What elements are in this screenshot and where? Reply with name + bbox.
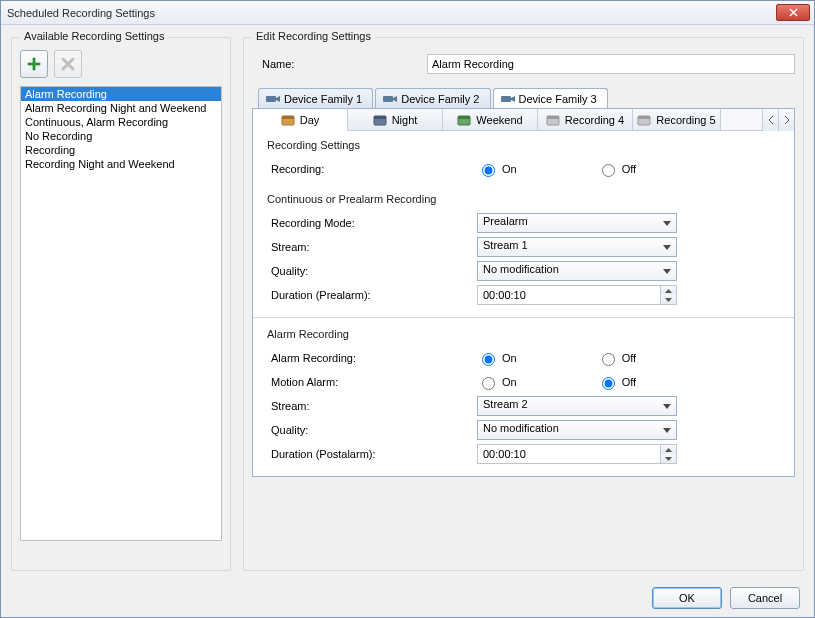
svg-rect-10 (547, 116, 559, 119)
duration-postalarm-input[interactable]: 00:00:10 (477, 444, 677, 464)
calendar-icon (546, 114, 560, 126)
duration-postalarm-label: Duration (Postalarm): (267, 448, 477, 460)
window-title: Scheduled Recording Settings (7, 7, 155, 19)
calendar-icon (281, 114, 295, 126)
svg-rect-2 (501, 96, 511, 102)
svg-rect-6 (374, 116, 386, 119)
calendar-icon (637, 114, 651, 126)
device-tab-content: Day Night Weekend Recording 4 (252, 108, 795, 477)
spin-up[interactable] (661, 286, 676, 295)
ok-button[interactable]: OK (652, 587, 722, 609)
recording-on-radio[interactable]: On (477, 161, 517, 177)
camera-icon (501, 94, 515, 104)
spin-down[interactable] (661, 295, 676, 304)
add-button[interactable] (20, 50, 48, 78)
motion-off-radio[interactable]: Off (597, 374, 636, 390)
available-settings-group: Available Recording Settings Alarm Recor… (11, 37, 231, 571)
chevron-down-icon (665, 457, 672, 461)
svg-rect-12 (638, 116, 650, 119)
svg-rect-4 (282, 116, 294, 119)
svg-rect-8 (458, 116, 470, 119)
alarm-off-radio[interactable]: Off (597, 350, 636, 366)
quality-label: Quality: (267, 265, 477, 277)
calendar-icon (457, 114, 471, 126)
settings-listbox[interactable]: Alarm Recording Alarm Recording Night an… (20, 86, 222, 541)
camera-icon (266, 94, 280, 104)
tabs-scroll-left[interactable] (762, 109, 778, 131)
list-item[interactable]: Recording (21, 143, 221, 157)
x-icon (61, 57, 75, 71)
alarm-legend: Alarm Recording (267, 328, 780, 340)
list-item[interactable]: Recording Night and Weekend (21, 157, 221, 171)
duration-prealarm-input[interactable]: 00:00:10 (477, 285, 677, 305)
tab-weekend[interactable]: Weekend (443, 109, 538, 130)
alarm-on-radio[interactable]: On (477, 350, 517, 366)
recording-settings-legend: Recording Settings (267, 139, 780, 151)
spin-up[interactable] (661, 445, 676, 454)
tab-device-family-3[interactable]: Device Family 3 (493, 88, 608, 108)
edit-settings-group: Edit Recording Settings Name: Device Fam… (243, 37, 804, 571)
camera-icon (383, 94, 397, 104)
svg-rect-0 (266, 96, 276, 102)
list-item[interactable]: Alarm Recording (21, 87, 221, 101)
motion-alarm-label: Motion Alarm: (267, 376, 477, 388)
chevron-up-icon (665, 448, 672, 452)
recording-off-radio[interactable]: Off (597, 161, 636, 177)
quality2-label: Quality: (267, 424, 477, 436)
stream2-label: Stream: (267, 400, 477, 412)
quality2-select[interactable]: No modification (477, 420, 677, 440)
dialog-window: Scheduled Recording Settings Available R… (0, 0, 815, 618)
tab-recording-4[interactable]: Recording 4 (538, 109, 633, 130)
plus-icon (26, 56, 42, 72)
name-label: Name: (262, 58, 427, 70)
available-settings-legend: Available Recording Settings (20, 30, 168, 42)
tab-recording-5[interactable]: Recording 5 (633, 109, 721, 130)
quality-select[interactable]: No modification (477, 261, 677, 281)
recording-label: Recording: (267, 163, 477, 175)
chevron-up-icon (665, 289, 672, 293)
chevron-left-icon (768, 116, 774, 124)
recording-mode-label: Recording Mode: (267, 217, 477, 229)
duration-prealarm-label: Duration (Prealarm): (267, 289, 477, 301)
tab-day[interactable]: Day (253, 109, 348, 131)
titlebar: Scheduled Recording Settings (1, 1, 814, 25)
name-input[interactable] (427, 54, 795, 74)
list-item[interactable]: Continuous, Alarm Recording (21, 115, 221, 129)
continuous-legend: Continuous or Prealarm Recording (267, 193, 780, 205)
list-item[interactable]: Alarm Recording Night and Weekend (21, 101, 221, 115)
dialog-footer: OK Cancel (1, 579, 814, 617)
device-tabs: Device Family 1 Device Family 2 Device F… (258, 88, 795, 108)
edit-settings-legend: Edit Recording Settings (252, 30, 375, 42)
stream-select[interactable]: Stream 1 (477, 237, 677, 257)
alarm-recording-label: Alarm Recording: (267, 352, 477, 364)
chevron-down-icon (665, 298, 672, 302)
tab-device-family-2[interactable]: Device Family 2 (375, 88, 490, 108)
schedule-tabs: Day Night Weekend Recording 4 (253, 109, 794, 131)
motion-on-radio[interactable]: On (477, 374, 517, 390)
close-icon (789, 8, 798, 17)
tab-night[interactable]: Night (348, 109, 443, 130)
close-button[interactable] (776, 4, 810, 21)
tab-device-family-1[interactable]: Device Family 1 (258, 88, 373, 108)
stream2-select[interactable]: Stream 2 (477, 396, 677, 416)
delete-button[interactable] (54, 50, 82, 78)
cancel-button[interactable]: Cancel (730, 587, 800, 609)
tabs-scroll-right[interactable] (778, 109, 794, 131)
spin-down[interactable] (661, 454, 676, 463)
recording-mode-select[interactable]: Prealarm (477, 213, 677, 233)
calendar-icon (373, 114, 387, 126)
svg-rect-1 (383, 96, 393, 102)
list-item[interactable]: No Recording (21, 129, 221, 143)
chevron-right-icon (784, 116, 790, 124)
stream-label: Stream: (267, 241, 477, 253)
